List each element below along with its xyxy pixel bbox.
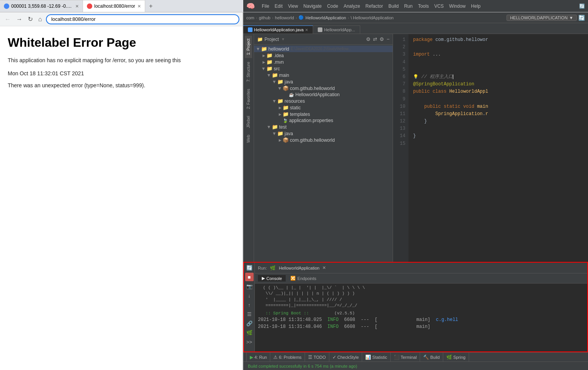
project-dropdown-icon[interactable]: ▼ (281, 37, 285, 41)
sidebar-tab-jrebel[interactable]: JRebel (245, 113, 252, 131)
line-num-13: 13 (393, 125, 405, 132)
log-bracket-1: [ (375, 317, 378, 322)
jr-stop-icon[interactable]: ■ (245, 273, 254, 281)
jr-refresh-icon[interactable]: 🔄 (245, 263, 254, 272)
minimize-icon[interactable]: − (386, 36, 390, 42)
resources-name: resources (285, 98, 305, 104)
menu-tools[interactable]: Tools (418, 3, 429, 9)
status-todo[interactable]: ☰ TODO (305, 353, 329, 362)
status-statistic[interactable]: 📊 Statistic (362, 353, 391, 362)
tab-java-close[interactable]: ✕ (305, 28, 308, 32)
tab-error[interactable]: localhost:8080/error ✕ (83, 0, 145, 12)
code-line-11: SpringApplication.r (413, 110, 583, 118)
gear-icon[interactable]: ⚙ (366, 36, 371, 42)
home-button[interactable]: ⌂ (37, 15, 44, 24)
menu-code[interactable]: Code (327, 3, 338, 9)
log-line-2: 2021-10-18 11:31:48.046 INFO 6608 --- [ … (258, 323, 584, 330)
menu-run[interactable]: Run (404, 3, 413, 9)
spring-label: :: Spring Boot :: (266, 311, 309, 316)
breadcrumb-helloworld[interactable]: helloworld (275, 15, 294, 20)
tree-java[interactable]: ▶ 📁 java (254, 78, 393, 85)
tab-close-stock[interactable]: ✕ (75, 4, 79, 9)
menu-edit[interactable]: Edit (275, 3, 283, 9)
tree-src[interactable]: ▶ 📁 src (254, 65, 393, 72)
forward-button[interactable]: → (15, 15, 24, 24)
menu-build[interactable]: Build (388, 3, 399, 9)
tab-console[interactable]: ▶ Console (258, 275, 286, 282)
sidebar-tab-structure[interactable]: 7: Structure (245, 59, 252, 85)
jr-down-icon[interactable]: ↓ (245, 291, 254, 300)
tree-main[interactable]: ▶ 📁 main (254, 72, 393, 78)
run-config-dropdown[interactable]: HELLOWORLDAPPLICATION ▼ (507, 15, 577, 21)
log-level-2: INFO (327, 324, 339, 329)
tree-test[interactable]: ▶ 📁 test (254, 124, 393, 130)
breadcrumb-app[interactable]: HelloworldApplication (305, 15, 346, 20)
status-terminal[interactable]: ⬛ Terminal (391, 353, 420, 362)
menu-window[interactable]: Window (449, 3, 466, 9)
menu-help[interactable]: Help (471, 3, 481, 9)
jr-more-icon[interactable]: >> (245, 338, 254, 346)
breadcrumb-app2[interactable]: \ HelloworldApplication (351, 15, 393, 20)
code-line-13 (413, 125, 583, 132)
sync-icon[interactable]: ⇄ (373, 36, 377, 42)
tab-stock[interactable]: 000001 3,559.68 -12.69 -0.36% ... ✕ (0, 0, 83, 12)
sidebar-tab-project[interactable]: 1: Project (245, 36, 252, 58)
tree-test-pkg[interactable]: ▶ 📦 com.github.helloworld (254, 137, 393, 143)
tab-endpoints[interactable]: 🔀 Endpoints (286, 275, 320, 282)
tree-app-props[interactable]: ▶ 🍃 application.properties (254, 117, 393, 124)
code-line-10: public static void main (413, 103, 583, 110)
tree-templates[interactable]: ▶ 📁 templates (254, 111, 393, 117)
tree-static[interactable]: ▶ 📁 static (254, 104, 393, 111)
sidebar-tab-web[interactable]: Web (245, 132, 252, 146)
run-refresh-icon[interactable]: 🔄 (578, 15, 585, 21)
browser-content: Whitelabel Error Page This application h… (0, 26, 242, 370)
new-tab-button[interactable]: + (145, 3, 156, 10)
status-spring[interactable]: 🌿 Spring (443, 353, 469, 362)
breadcrumb-github[interactable]: github (259, 15, 270, 20)
project-header: 📁 Project ▼ ⚙ ⇄ ⚙ − (254, 34, 393, 45)
jr-spring-icon[interactable]: 🌿 (245, 328, 254, 337)
menu-file[interactable]: File (262, 3, 269, 9)
settings-icon[interactable]: ⚙ (380, 36, 384, 42)
reload-button[interactable]: ↻ (26, 15, 34, 24)
menu-analyze[interactable]: Analyze (344, 3, 360, 9)
status-checkstyle[interactable]: ✓ CheckStyle (329, 353, 363, 362)
tree-root[interactable]: ▶ 📁 helloworld E:\Java\IDEA2020.2\Study\… (254, 46, 393, 52)
menu-navigate[interactable]: Navigate (303, 3, 322, 9)
tree-test-java[interactable]: ▶ 📁 java (254, 130, 393, 137)
jr-camera-icon[interactable]: 📷 (245, 282, 254, 290)
breadcrumb-sep2: › (272, 15, 273, 20)
jr-list-icon[interactable]: ☰ (245, 310, 254, 318)
back-button[interactable]: ← (3, 15, 12, 24)
checkstyle-icon: ✓ (332, 355, 336, 360)
breadcrumb-com[interactable]: com (246, 15, 254, 20)
jr-up-icon[interactable]: ↑ (245, 300, 254, 309)
tree-mvn[interactable]: ▶ 📁 .mvn (254, 59, 393, 65)
build-msg: Build completed successfully in 6 s 754 … (248, 364, 357, 368)
menu-view[interactable]: View (288, 3, 298, 9)
status-problems[interactable]: ⚠ 6: Problems (270, 353, 305, 362)
jr-link-icon[interactable]: 🔗 (245, 319, 254, 328)
tab-close-error[interactable]: ✕ (137, 4, 141, 9)
run-close-icon[interactable]: ✕ (322, 265, 326, 270)
status-run[interactable]: ▶ 4: Run (246, 353, 270, 362)
ascii-line-3: ' |____ | |_|__|_\_, | //// / (258, 297, 584, 303)
run-section-wrapper: 🔄 ■ 📷 ↓ ↑ ☰ 🔗 🌿 >> Run: 🌿 HelloworldAp (243, 262, 588, 352)
menu-refactor[interactable]: Refactor (366, 3, 383, 9)
tree-resources[interactable]: ▶ 📁 resources (254, 98, 393, 104)
menu-vcs[interactable]: VCS (434, 3, 444, 9)
address-bar[interactable] (46, 14, 239, 24)
code-content[interactable]: package com.github.hellowor import ... 💡… (408, 34, 588, 262)
todo-icon: ☰ (308, 355, 312, 360)
tree-app-file[interactable]: ▶ ☕ HelloworldApplication (254, 92, 393, 98)
tree-idea[interactable]: ▶ 📁 .idea (254, 52, 393, 59)
tab-helloworld-java[interactable]: HelloworldApplication.java ✕ (243, 25, 313, 34)
tab-helloworld-app2[interactable]: HelloworldApp... (313, 25, 360, 34)
status-build[interactable]: 🔨 Build (420, 353, 443, 362)
app-file-name: HelloworldApplication (295, 92, 340, 97)
ide-refresh-icon[interactable]: 🔄 (579, 3, 585, 9)
error-title: Whitelabel Error Page (8, 36, 235, 50)
tree-package[interactable]: ▶ 📦 com.github.helloworld (254, 85, 393, 92)
static-name: static (290, 105, 301, 110)
sidebar-tab-favorites[interactable]: 2: Favorites (245, 86, 252, 112)
